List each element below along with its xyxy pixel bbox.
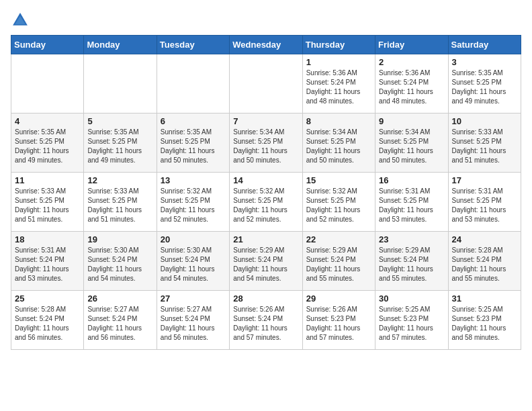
day-info: Sunrise: 5:31 AMSunset: 5:25 PMDaylight:… (452, 187, 517, 224)
day-info: Sunrise: 5:25 AMSunset: 5:23 PMDaylight:… (452, 305, 517, 342)
day-info: Sunrise: 5:25 AMSunset: 5:23 PMDaylight:… (379, 305, 444, 342)
day-info: Sunrise: 5:34 AMSunset: 5:25 PMDaylight:… (306, 128, 371, 165)
day-info: Sunrise: 5:32 AMSunset: 5:25 PMDaylight:… (161, 187, 226, 224)
calendar-cell: 7Sunrise: 5:34 AMSunset: 5:25 PMDaylight… (230, 113, 302, 173)
day-number: 18 (15, 234, 80, 244)
day-info: Sunrise: 5:30 AMSunset: 5:24 PMDaylight:… (161, 246, 226, 283)
logo (11, 11, 32, 30)
day-number: 10 (452, 116, 517, 126)
day-number: 13 (161, 175, 226, 185)
day-info: Sunrise: 5:36 AMSunset: 5:24 PMDaylight:… (306, 68, 371, 106)
day-number: 15 (306, 175, 371, 185)
calendar-cell: 14Sunrise: 5:32 AMSunset: 5:25 PMDayligh… (230, 173, 302, 232)
calendar-cell: 8Sunrise: 5:34 AMSunset: 5:25 PMDaylight… (302, 113, 375, 173)
day-info: Sunrise: 5:35 AMSunset: 5:25 PMDaylight:… (161, 128, 226, 165)
calendar-cell (157, 54, 229, 113)
day-info: Sunrise: 5:36 AMSunset: 5:24 PMDaylight:… (379, 68, 444, 106)
day-info: Sunrise: 5:33 AMSunset: 5:25 PMDaylight:… (15, 187, 80, 224)
calendar-cell: 19Sunrise: 5:30 AMSunset: 5:24 PMDayligh… (84, 232, 157, 291)
day-info: Sunrise: 5:35 AMSunset: 5:25 PMDaylight:… (452, 68, 517, 106)
day-info: Sunrise: 5:29 AMSunset: 5:24 PMDaylight:… (379, 246, 444, 283)
day-number: 20 (161, 234, 226, 244)
day-number: 6 (161, 116, 226, 126)
day-number: 4 (15, 116, 80, 126)
calendar-week-row: 11Sunrise: 5:33 AMSunset: 5:25 PMDayligh… (11, 173, 521, 232)
day-number: 25 (15, 293, 80, 304)
calendar-cell (84, 54, 157, 113)
calendar-cell: 12Sunrise: 5:33 AMSunset: 5:25 PMDayligh… (84, 173, 157, 232)
day-info: Sunrise: 5:31 AMSunset: 5:24 PMDaylight:… (15, 246, 80, 283)
calendar-cell: 9Sunrise: 5:34 AMSunset: 5:25 PMDaylight… (375, 113, 448, 173)
calendar-cell: 31Sunrise: 5:25 AMSunset: 5:23 PMDayligh… (448, 291, 521, 350)
day-info: Sunrise: 5:26 AMSunset: 5:24 PMDaylight:… (233, 305, 298, 342)
weekday-header: Tuesday (157, 36, 229, 54)
calendar-cell: 4Sunrise: 5:35 AMSunset: 5:25 PMDaylight… (11, 113, 84, 173)
weekday-header: Wednesday (230, 36, 302, 54)
calendar-cell: 3Sunrise: 5:35 AMSunset: 5:25 PMDaylight… (448, 54, 521, 113)
day-number: 8 (306, 116, 371, 126)
calendar-cell: 11Sunrise: 5:33 AMSunset: 5:25 PMDayligh… (11, 173, 84, 232)
page-header (11, 11, 521, 30)
day-number: 31 (452, 293, 517, 304)
day-number: 29 (306, 293, 371, 304)
calendar-week-row: 18Sunrise: 5:31 AMSunset: 5:24 PMDayligh… (11, 232, 521, 291)
calendar-week-row: 25Sunrise: 5:28 AMSunset: 5:24 PMDayligh… (11, 291, 521, 350)
calendar-cell: 24Sunrise: 5:28 AMSunset: 5:24 PMDayligh… (448, 232, 521, 291)
day-info: Sunrise: 5:35 AMSunset: 5:25 PMDaylight:… (15, 128, 80, 165)
calendar-cell: 16Sunrise: 5:31 AMSunset: 5:25 PMDayligh… (375, 173, 448, 232)
day-info: Sunrise: 5:31 AMSunset: 5:25 PMDaylight:… (379, 187, 444, 224)
day-info: Sunrise: 5:34 AMSunset: 5:25 PMDaylight:… (233, 128, 298, 165)
day-info: Sunrise: 5:28 AMSunset: 5:24 PMDaylight:… (452, 246, 517, 283)
day-number: 30 (379, 293, 444, 304)
calendar-cell: 27Sunrise: 5:27 AMSunset: 5:24 PMDayligh… (157, 291, 229, 350)
day-info: Sunrise: 5:29 AMSunset: 5:24 PMDaylight:… (306, 246, 371, 283)
weekday-header: Saturday (448, 36, 521, 54)
calendar-week-row: 1Sunrise: 5:36 AMSunset: 5:24 PMDaylight… (11, 54, 521, 113)
day-number: 27 (161, 293, 226, 304)
logo-icon (11, 11, 30, 30)
day-info: Sunrise: 5:30 AMSunset: 5:24 PMDaylight:… (87, 246, 152, 283)
day-info: Sunrise: 5:28 AMSunset: 5:24 PMDaylight:… (15, 305, 80, 342)
day-info: Sunrise: 5:32 AMSunset: 5:25 PMDaylight:… (306, 187, 371, 224)
calendar-cell (230, 54, 302, 113)
day-number: 5 (87, 116, 152, 126)
calendar-cell: 15Sunrise: 5:32 AMSunset: 5:25 PMDayligh… (302, 173, 375, 232)
day-info: Sunrise: 5:26 AMSunset: 5:23 PMDaylight:… (306, 305, 371, 342)
calendar-week-row: 4Sunrise: 5:35 AMSunset: 5:25 PMDaylight… (11, 113, 521, 173)
day-number: 11 (15, 175, 80, 185)
day-number: 12 (87, 175, 152, 185)
weekday-header: Thursday (302, 36, 375, 54)
day-info: Sunrise: 5:32 AMSunset: 5:25 PMDaylight:… (233, 187, 298, 224)
calendar-cell: 1Sunrise: 5:36 AMSunset: 5:24 PMDaylight… (302, 54, 375, 113)
calendar-cell (11, 54, 84, 113)
day-number: 26 (87, 293, 152, 304)
day-info: Sunrise: 5:33 AMSunset: 5:25 PMDaylight:… (452, 128, 517, 165)
calendar-cell: 20Sunrise: 5:30 AMSunset: 5:24 PMDayligh… (157, 232, 229, 291)
weekday-header: Monday (84, 36, 157, 54)
calendar-cell: 21Sunrise: 5:29 AMSunset: 5:24 PMDayligh… (230, 232, 302, 291)
day-number: 24 (452, 234, 517, 244)
calendar-cell: 29Sunrise: 5:26 AMSunset: 5:23 PMDayligh… (302, 291, 375, 350)
calendar-cell: 17Sunrise: 5:31 AMSunset: 5:25 PMDayligh… (448, 173, 521, 232)
calendar-cell: 26Sunrise: 5:27 AMSunset: 5:24 PMDayligh… (84, 291, 157, 350)
day-number: 17 (452, 175, 517, 185)
day-info: Sunrise: 5:27 AMSunset: 5:24 PMDaylight:… (87, 305, 152, 342)
day-number: 3 (452, 57, 517, 67)
day-number: 22 (306, 234, 371, 244)
day-info: Sunrise: 5:29 AMSunset: 5:24 PMDaylight:… (233, 246, 298, 283)
calendar-cell: 13Sunrise: 5:32 AMSunset: 5:25 PMDayligh… (157, 173, 229, 232)
calendar-cell: 6Sunrise: 5:35 AMSunset: 5:25 PMDaylight… (157, 113, 229, 173)
calendar-cell: 22Sunrise: 5:29 AMSunset: 5:24 PMDayligh… (302, 232, 375, 291)
calendar-cell: 2Sunrise: 5:36 AMSunset: 5:24 PMDaylight… (375, 54, 448, 113)
calendar-cell: 18Sunrise: 5:31 AMSunset: 5:24 PMDayligh… (11, 232, 84, 291)
day-info: Sunrise: 5:34 AMSunset: 5:25 PMDaylight:… (379, 128, 444, 165)
calendar-cell: 25Sunrise: 5:28 AMSunset: 5:24 PMDayligh… (11, 291, 84, 350)
day-number: 23 (379, 234, 444, 244)
calendar-cell: 10Sunrise: 5:33 AMSunset: 5:25 PMDayligh… (448, 113, 521, 173)
weekday-header: Friday (375, 36, 448, 54)
calendar-cell: 30Sunrise: 5:25 AMSunset: 5:23 PMDayligh… (375, 291, 448, 350)
day-info: Sunrise: 5:27 AMSunset: 5:24 PMDaylight:… (161, 305, 226, 342)
calendar-cell: 5Sunrise: 5:35 AMSunset: 5:25 PMDaylight… (84, 113, 157, 173)
day-number: 16 (379, 175, 444, 185)
calendar-table: SundayMondayTuesdayWednesdayThursdayFrid… (11, 35, 521, 350)
